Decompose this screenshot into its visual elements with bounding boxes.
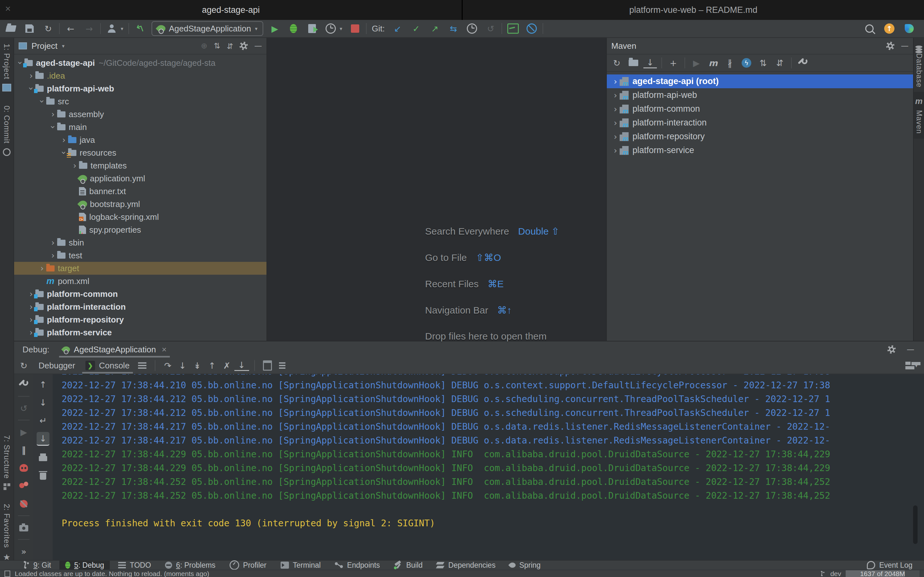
toolwindow-button-todo[interactable]: TODO xyxy=(112,561,157,570)
maven-settings-icon[interactable] xyxy=(796,57,810,69)
close-icon[interactable]: × xyxy=(162,345,167,355)
toolwindow-tab-structure[interactable]: 7: Structure xyxy=(2,435,11,490)
editor-area[interactable]: Search EverywhereDouble ⇧Go to File⇧⌘ORe… xyxy=(267,38,607,341)
toolwindow-button-profiler[interactable]: Profiler xyxy=(224,561,272,570)
chevron-icon[interactable]: › xyxy=(27,71,35,81)
git-update-icon[interactable]: ↙ xyxy=(392,23,403,34)
chevron-icon[interactable]: › xyxy=(60,135,68,145)
tree-item-application.yml[interactable]: application.yml xyxy=(14,172,266,185)
settings-wrench-icon[interactable] xyxy=(17,378,30,391)
locate-icon[interactable]: ⊕ xyxy=(201,41,207,50)
chevron-icon[interactable]: › xyxy=(48,123,58,131)
tree-item-main[interactable]: ›main xyxy=(14,121,266,134)
search-icon[interactable] xyxy=(864,23,875,34)
tree-item-assembly[interactable]: ›assembly xyxy=(14,108,266,121)
gear-icon[interactable] xyxy=(887,345,896,354)
toolwindow-button-dependencies[interactable]: Dependencies xyxy=(431,561,501,570)
tree-item-resources[interactable]: ›resources xyxy=(14,146,266,159)
chevron-icon[interactable]: › xyxy=(611,118,620,128)
window-close-icon[interactable]: × xyxy=(5,3,11,14)
tree-item-pom.xml[interactable]: mpom.xml xyxy=(14,275,266,287)
toolwindow-button-endpoints[interactable]: Endpoints xyxy=(329,561,385,570)
chevron-icon[interactable]: › xyxy=(38,263,46,273)
ide-gradient-icon[interactable] xyxy=(903,23,915,34)
toolwindow-button-terminal[interactable]: Terminal xyxy=(275,561,327,570)
console-output[interactable]: 2022-12-27 17:38:44.210 05.bb.online.no … xyxy=(53,374,924,570)
tree-item-bootstrap.yml[interactable]: bootstrap.yml xyxy=(14,198,266,211)
maven-module-platform-api-web[interactable]: ›platform-api-web xyxy=(607,88,913,102)
tree-item-test[interactable]: ›test xyxy=(14,249,266,262)
debug-session-tab[interactable]: AgedStageApplication × xyxy=(59,342,170,358)
maven-module-platform-common[interactable]: ›platform-common xyxy=(607,102,913,116)
tree-item-target[interactable]: ›target xyxy=(14,262,266,275)
run-icon[interactable]: ▶ xyxy=(269,23,281,34)
toolwindow-tab-maven[interactable]: m Maven xyxy=(914,92,924,138)
toolwindow-tab-commit[interactable]: 0: Commit xyxy=(2,106,11,156)
maven-skip-tests-icon[interactable]: ∦ xyxy=(723,57,737,69)
coverage-icon[interactable] xyxy=(306,23,318,34)
open-icon[interactable] xyxy=(5,23,17,34)
tree-item-templates[interactable]: ›templates xyxy=(14,159,266,172)
memory-indicator[interactable]: 1637 of 2048M xyxy=(846,570,919,577)
maven-collapse-all-icon[interactable]: ⇅ xyxy=(773,57,787,69)
scroll-to-end-icon[interactable]: ↓ xyxy=(37,432,50,446)
toolwindow-button-git[interactable]: 9: Git xyxy=(18,561,57,570)
toolwindow-tab-database[interactable]: Database xyxy=(914,41,924,92)
chevron-icon[interactable]: › xyxy=(49,251,57,260)
scroll-up-icon[interactable]: ↑ xyxy=(37,378,50,391)
forward-icon[interactable]: → xyxy=(84,23,95,34)
save-icon[interactable] xyxy=(24,23,35,34)
toolwindow-button-debug[interactable]: 5: Debug xyxy=(60,561,110,570)
step-play-icon[interactable]: ▶ xyxy=(17,425,30,438)
chevron-icon[interactable]: › xyxy=(37,97,47,106)
git-branch-name[interactable]: dev xyxy=(830,570,841,577)
drop-frame-icon[interactable]: ✗ xyxy=(219,360,234,371)
maven-add-icon[interactable]: + xyxy=(666,57,680,69)
git-branch-icon[interactable] xyxy=(821,571,825,576)
layout-options-icon[interactable] xyxy=(135,360,150,371)
chevron-icon[interactable]: › xyxy=(49,238,57,247)
console-scrollbar[interactable] xyxy=(913,505,918,544)
toolwindow-tab-project[interactable]: 1: Project xyxy=(2,44,11,92)
git-history-icon[interactable] xyxy=(466,23,478,34)
chevron-icon[interactable]: › xyxy=(611,77,620,86)
load-changes-icon[interactable]: ↰ xyxy=(132,21,147,36)
maven-module-platform-repository[interactable]: ›platform-repository xyxy=(607,130,913,143)
evaluate-expression-icon[interactable] xyxy=(260,360,275,371)
chevron-icon[interactable]: › xyxy=(611,104,620,114)
clear-console-icon[interactable] xyxy=(37,469,50,482)
tree-item-src[interactable]: ›src xyxy=(14,95,266,108)
step-over-icon[interactable]: ↷ xyxy=(161,360,175,371)
tree-item-banner.txt[interactable]: banner.txt xyxy=(14,185,266,198)
tree-item-aged-stage-api[interactable]: ›aged-stage-api~/GitCode/aged-stage/aged… xyxy=(14,56,266,69)
user-icon[interactable] xyxy=(106,23,118,34)
sync-icon[interactable]: ↻ xyxy=(42,23,54,34)
expand-all-icon[interactable]: ⇅ xyxy=(214,41,220,50)
profiler-monitor-icon[interactable] xyxy=(507,23,519,34)
gear-icon[interactable] xyxy=(886,42,895,50)
force-step-into-icon[interactable]: ↡ xyxy=(190,360,205,371)
collapse-all-icon[interactable]: ⇅ xyxy=(227,41,233,50)
no-coverage-icon[interactable] xyxy=(526,23,537,34)
tab-debugger[interactable]: Debugger xyxy=(33,358,80,374)
stop-icon[interactable] xyxy=(349,23,361,34)
gear-icon[interactable] xyxy=(240,42,248,50)
tree-item-spy.properties[interactable]: spy.properties xyxy=(14,223,266,236)
chevron-icon[interactable]: › xyxy=(611,132,620,142)
maven-execute-goal-icon[interactable]: m xyxy=(706,57,720,69)
soft-wrap-icon[interactable]: ↵ xyxy=(37,414,50,427)
tree-item-logback-spring.xml[interactable]: logback-spring.xml xyxy=(14,211,266,223)
toolwindow-tab-favorites[interactable]: 2: Favorites ★ xyxy=(2,504,11,562)
run-to-cursor-icon[interactable]: ↓ xyxy=(234,360,249,371)
hide-panel-icon[interactable]: — xyxy=(907,345,914,354)
toolwindow-button-build[interactable]: Build xyxy=(388,561,428,570)
pause-icon[interactable]: ∥ xyxy=(17,443,30,456)
resume-icon[interactable]: ↺ xyxy=(17,402,30,414)
maven-offline-icon[interactable]: ϟ xyxy=(740,57,753,69)
git-fetch-icon[interactable]: ⇆ xyxy=(448,23,459,34)
print-icon[interactable] xyxy=(37,451,50,464)
more-actions-icon[interactable]: » xyxy=(17,545,30,558)
tab-console[interactable]: ❯ Console xyxy=(80,358,134,374)
step-out-icon[interactable]: ↑ xyxy=(205,360,219,371)
debug-icon[interactable] xyxy=(288,23,299,34)
